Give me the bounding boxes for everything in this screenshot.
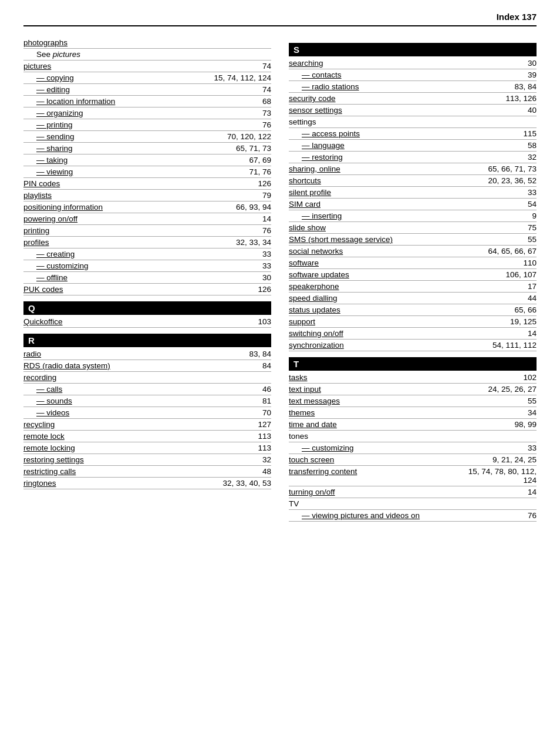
index-page-num: 65, 66 <box>490 305 537 314</box>
index-page-num: 71, 76 <box>224 167 271 176</box>
index-page-num: 17 <box>490 282 537 291</box>
list-item: remote locking113 <box>23 442 271 454</box>
index-page-num: 44 <box>490 294 537 303</box>
list-item: — viewing pictures and videos on76 <box>289 510 537 522</box>
index-term: powering on/off <box>23 214 224 223</box>
index-term: — viewing pictures and videos on <box>289 511 490 520</box>
list-item: touch screen9, 21, 24, 25 <box>289 454 537 466</box>
list-item: printing76 <box>23 225 271 237</box>
index-page-num: 24, 25, 26, 27 <box>488 385 537 394</box>
index-page-num: 33 <box>490 444 537 452</box>
list-item: — sharing65, 71, 73 <box>23 143 271 154</box>
index-term: profiles <box>23 238 224 247</box>
list-item: PIN codes126 <box>23 178 271 190</box>
page-header: Index 137 <box>23 12 537 26</box>
index-term: speakerphone <box>289 282 490 291</box>
list-item: — contacts39 <box>289 69 537 81</box>
list-item: — taking67, 69 <box>23 154 271 166</box>
index-term: recycling <box>23 420 224 429</box>
index-page-num: 115 <box>490 129 537 138</box>
list-item: tones <box>289 431 537 442</box>
list-item: — access points115 <box>289 128 537 140</box>
index-page-num: 74 <box>224 62 271 70</box>
index-term: — restoring <box>289 153 490 162</box>
list-item: — calls46 <box>23 384 271 395</box>
page: Index 137 photographsSee picturespicture… <box>0 0 560 739</box>
index-term: PUK codes <box>23 285 224 294</box>
index-term: software <box>289 258 490 267</box>
index-page-num: 32 <box>224 455 271 464</box>
index-page-num: 32 <box>490 153 537 162</box>
list-item: themes34 <box>289 407 537 419</box>
index-term: TV <box>289 499 490 508</box>
index-page-num: 76 <box>224 120 271 129</box>
index-term: — copying <box>23 73 214 82</box>
index-page-num: 106, 107 <box>490 270 537 279</box>
index-page-num: 9 <box>490 211 537 220</box>
index-term: positioning information <box>23 203 224 211</box>
index-term: support <box>289 317 490 326</box>
section-header: R <box>23 334 271 347</box>
index-term: PIN codes <box>23 179 224 188</box>
index-term: themes <box>289 408 490 417</box>
list-item: — inserting9 <box>289 210 537 222</box>
index-page-num: 30 <box>490 59 537 68</box>
index-term: — radio stations <box>289 82 490 91</box>
list-item: sharing, online65, 66, 71, 73 <box>289 163 537 175</box>
index-term: — inserting <box>289 211 490 220</box>
list-item: profiles32, 33, 34 <box>23 237 271 248</box>
index-term: synchronization <box>289 341 490 350</box>
index-page-num: 113 <box>224 444 271 452</box>
index-page-num: 73 <box>224 109 271 117</box>
index-term: — customizing <box>289 444 490 452</box>
list-item: turning on/off14 <box>289 486 537 498</box>
index-term: sensor settings <box>289 106 490 115</box>
index-page-num: 33 <box>224 250 271 258</box>
index-page-num: 54 <box>490 200 537 209</box>
index-term: — sending <box>23 132 224 141</box>
list-item: slide show75 <box>289 222 537 234</box>
list-item: synchronization54, 111, 112 <box>289 340 537 351</box>
index-page-num: 65, 66, 71, 73 <box>488 164 537 173</box>
list-item: — language58 <box>289 140 537 152</box>
list-item: powering on/off14 <box>23 213 271 225</box>
index-page-num: 55 <box>490 235 537 244</box>
list-item: speakerphone17 <box>289 281 537 293</box>
index-page-num: 65, 71, 73 <box>224 144 271 153</box>
index-term: remote locking <box>23 444 224 452</box>
list-item: silent profile33 <box>289 187 537 199</box>
index-term: social networks <box>289 247 488 256</box>
index-page-num: 14 <box>490 329 537 338</box>
index-term: time and date <box>289 420 490 429</box>
list-item: — videos70 <box>23 407 271 419</box>
index-page-num: 126 <box>224 179 271 188</box>
section-header: S <box>289 43 537 56</box>
index-term: See pictures <box>23 50 224 59</box>
index-page-num: 68 <box>224 97 271 106</box>
list-item: status updates65, 66 <box>289 304 537 316</box>
index-page-num: 81 <box>224 397 271 405</box>
index-page-num: 98, 99 <box>490 420 537 429</box>
content-columns: photographsSee picturespictures74— copyi… <box>23 37 537 522</box>
index-term: — videos <box>23 408 224 417</box>
index-page-num: 14 <box>490 488 537 496</box>
index-page-num: 14 <box>224 214 271 223</box>
list-item: sensor settings40 <box>289 105 537 116</box>
index-term: switching on/off <box>289 329 490 338</box>
index-term: — location information <box>23 97 224 106</box>
list-item: restoring settings32 <box>23 454 271 466</box>
index-page-num: 46 <box>224 385 271 394</box>
section-header: Q <box>23 301 271 315</box>
index-term: — printing <box>23 120 224 129</box>
index-term: RDS (radio data system) <box>23 361 224 370</box>
index-term: playlists <box>23 191 224 200</box>
index-term: text messages <box>289 397 490 405</box>
index-page-num: 15, 74, 112, 124 <box>214 73 271 82</box>
index-term: shortcuts <box>289 176 488 185</box>
index-page-num: 110 <box>490 258 537 267</box>
list-item: SIM card54 <box>289 199 537 210</box>
index-term: searching <box>289 59 490 68</box>
index-term: — calls <box>23 385 224 394</box>
list-item: tasks102 <box>289 372 537 384</box>
index-term: Quickoffice <box>23 317 224 326</box>
